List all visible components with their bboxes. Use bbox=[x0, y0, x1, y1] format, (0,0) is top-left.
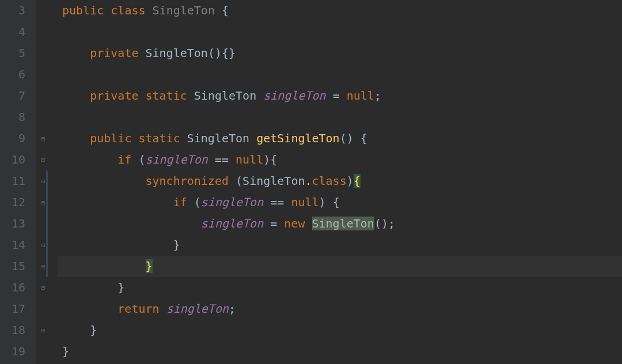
vcs-change-marker bbox=[46, 170, 48, 277]
token: == bbox=[208, 153, 236, 166]
code-line[interactable]: private static SingleTon singleTon = nul… bbox=[58, 85, 622, 107]
line-number: 15 bbox=[0, 256, 25, 277]
line-number: 12 bbox=[0, 192, 25, 213]
line-number: 5 bbox=[0, 43, 25, 64]
token: new bbox=[284, 217, 312, 230]
token: private bbox=[90, 46, 145, 60]
token: null bbox=[291, 195, 318, 209]
token: getSingleTon bbox=[256, 131, 340, 145]
code-line[interactable] bbox=[58, 64, 622, 85]
token: if bbox=[173, 195, 194, 209]
line-number: 14 bbox=[0, 234, 25, 256]
token: (){} bbox=[208, 46, 236, 60]
token: ) bbox=[347, 174, 354, 188]
token: = bbox=[326, 89, 347, 103]
token: == bbox=[263, 195, 291, 209]
line-number: 4 bbox=[0, 21, 25, 43]
token: if bbox=[117, 153, 138, 166]
code-line[interactable]: } bbox=[58, 234, 622, 256]
token: singleTon bbox=[201, 195, 263, 209]
token: class bbox=[312, 174, 347, 188]
token: (SingleTon. bbox=[236, 174, 312, 188]
code-line[interactable]: } bbox=[58, 341, 622, 362]
token: synchronized bbox=[146, 174, 236, 188]
code-line[interactable]: public static SingleTon getSingleTon() { bbox=[58, 128, 622, 149]
line-number: 10 bbox=[0, 149, 25, 170]
code-area[interactable]: public class SingleTon { private SingleT… bbox=[58, 0, 622, 364]
code-line[interactable]: return singleTon; bbox=[58, 298, 622, 320]
token: SingleTon bbox=[194, 89, 263, 103]
token: null bbox=[347, 89, 374, 103]
line-number: 13 bbox=[0, 213, 25, 234]
token: } bbox=[146, 259, 153, 273]
token: } bbox=[173, 238, 180, 252]
code-line[interactable]: } bbox=[58, 320, 622, 341]
fold-toggle-icon[interactable] bbox=[40, 157, 47, 164]
code-line[interactable]: if (singleTon == null) { bbox=[58, 192, 622, 213]
token: SingleTon bbox=[146, 46, 208, 60]
token: (); bbox=[374, 217, 395, 230]
token: () { bbox=[340, 131, 367, 145]
line-number: 17 bbox=[0, 298, 25, 320]
line-number: 7 bbox=[0, 85, 25, 107]
code-line[interactable]: synchronized (SingleTon.class){ bbox=[58, 170, 622, 192]
token: null bbox=[236, 153, 263, 166]
token: ){ bbox=[263, 153, 277, 166]
token: public static bbox=[90, 131, 187, 145]
token: singleTon bbox=[201, 217, 263, 230]
line-number: 11 bbox=[0, 170, 25, 192]
fold-toggle-icon[interactable] bbox=[40, 285, 47, 291]
token: public bbox=[62, 3, 111, 17]
line-number: 8 bbox=[0, 107, 25, 128]
fold-toggle-icon[interactable] bbox=[40, 135, 47, 142]
token: singleTon bbox=[166, 302, 229, 316]
token: } bbox=[90, 323, 97, 337]
token: singleTon bbox=[146, 153, 208, 166]
token: } bbox=[117, 280, 124, 294]
token: } bbox=[62, 344, 69, 358]
line-number: 16 bbox=[0, 277, 25, 298]
code-line[interactable] bbox=[58, 107, 622, 128]
code-line[interactable]: if (singleTon == null){ bbox=[58, 149, 622, 170]
token: { bbox=[222, 3, 229, 17]
token: ( bbox=[138, 153, 145, 166]
token: singleTon bbox=[263, 89, 325, 103]
code-editor: 345678910111213141516171819 public class… bbox=[0, 0, 622, 364]
token: SingleTon bbox=[187, 131, 256, 145]
line-number: 6 bbox=[0, 64, 25, 85]
code-line[interactable]: public class SingleTon { bbox=[58, 0, 622, 21]
token: SingleTon bbox=[312, 217, 374, 230]
code-line[interactable]: singleTon = new SingleTon(); bbox=[58, 213, 622, 234]
token: ) { bbox=[319, 195, 340, 209]
line-number-gutter: 345678910111213141516171819 bbox=[0, 0, 36, 364]
token: = bbox=[263, 217, 284, 230]
line-number: 9 bbox=[0, 128, 25, 149]
code-line[interactable]: private SingleTon(){} bbox=[58, 43, 622, 64]
line-number: 3 bbox=[0, 0, 25, 21]
token: SingleTon bbox=[153, 3, 222, 17]
token: ; bbox=[374, 89, 381, 103]
token: { bbox=[354, 174, 361, 188]
code-line[interactable]: } bbox=[58, 256, 622, 277]
token: ( bbox=[194, 195, 201, 209]
token: private static bbox=[90, 89, 194, 103]
token: ; bbox=[229, 302, 236, 316]
code-line[interactable]: } bbox=[58, 277, 622, 298]
code-line[interactable] bbox=[58, 21, 622, 43]
line-number: 18 bbox=[0, 320, 25, 341]
fold-toggle-icon[interactable] bbox=[40, 327, 47, 334]
token: class bbox=[111, 3, 152, 17]
token: return bbox=[117, 302, 166, 316]
line-number: 19 bbox=[0, 341, 25, 362]
